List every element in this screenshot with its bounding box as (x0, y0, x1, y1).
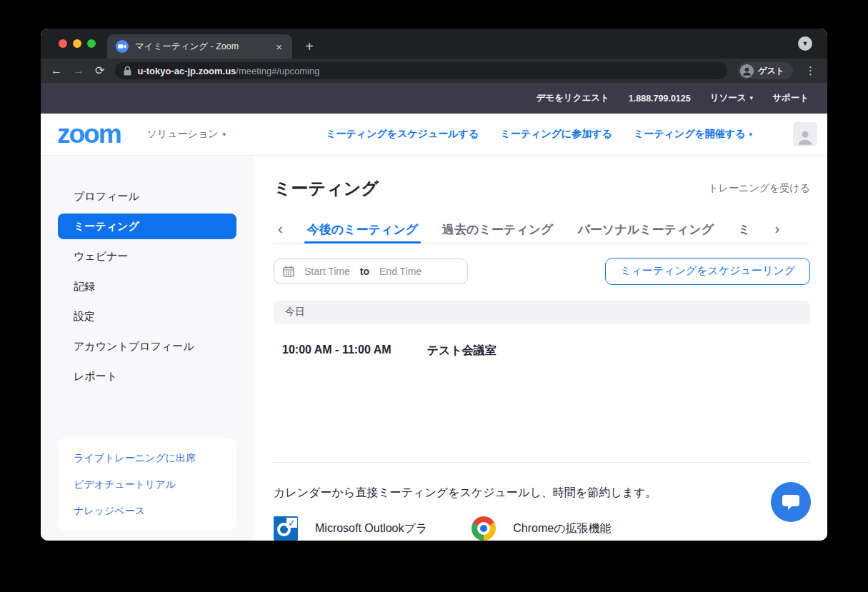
tabs-next-icon[interactable]: › (774, 221, 779, 239)
reload-icon[interactable]: ⟳ (95, 65, 104, 76)
outlook-plugin-label: Microsoft Outlookプラ (315, 521, 427, 536)
chrome-extension-item[interactable]: Chromeの拡張機能 (472, 516, 611, 541)
tab-title: マイミーティング - Zoom (135, 41, 266, 53)
header-nav: ミーティングをスケジュールする ミーティングに参加する ミーティングを開催する … (326, 122, 817, 146)
zoom-window-button[interactable] (87, 39, 96, 48)
title-row: ミーティング トレーニングを受ける (274, 177, 810, 200)
schedule-meeting-link[interactable]: ミーティングをスケジュールする (326, 128, 479, 141)
meeting-tabs: ‹ 今後のミーティング 過去のミーティング パーソナルミーティング ミ › (274, 217, 810, 244)
guest-avatar-icon (740, 64, 754, 78)
solutions-label: ソリューション (147, 128, 219, 141)
sidebar-item-reports[interactable]: レポート (41, 361, 254, 391)
host-meeting-label: ミーティングを開催する (634, 128, 746, 141)
tab-search-icon[interactable]: ▼ (798, 36, 812, 51)
zoom-topbar: デモをリクエスト 1.888.799.0125 リソース ▾ サポート (41, 83, 827, 114)
chat-bubble-icon (782, 493, 800, 511)
browser-menu-icon[interactable]: ⋮ (804, 64, 817, 77)
filter-row: Start Time to End Time ミィーティングをスケジューリング (274, 258, 810, 285)
get-training-link[interactable]: トレーニングを受ける (708, 182, 810, 195)
url-domain: u-tokyo-ac-jp.zoom.us (137, 66, 236, 76)
to-label: to (360, 266, 369, 277)
meeting-topic[interactable]: テスト会議室 (427, 343, 497, 358)
browser-tabstrip: マイミーティング - Zoom × + ▼ (41, 29, 827, 59)
close-window-button[interactable] (59, 39, 67, 48)
browser-window: マイミーティング - Zoom × + ▼ ← → ⟳ u-tokyo-ac-j… (41, 29, 827, 541)
attend-live-training-link[interactable]: ライブトレーニングに出席 (58, 445, 236, 471)
phone-number-link[interactable]: 1.888.799.0125 (629, 94, 691, 104)
browser-profile-button[interactable]: ゲスト (738, 62, 793, 79)
main-content: ミーティング トレーニングを受ける ‹ 今後のミーティング 過去のミーティング … (254, 156, 827, 541)
person-icon (796, 128, 814, 146)
sidebar-item-account-profile[interactable]: アカウントプロフィール (41, 331, 254, 361)
url-path: /meeting#/upcoming (236, 66, 319, 76)
outlook-check-glyph: ✓ (286, 518, 297, 528)
tab-previous-meetings[interactable]: 過去のミーティング (442, 217, 553, 243)
page-title: ミーティング (274, 177, 379, 200)
chat-support-button[interactable] (771, 482, 811, 522)
sidebar-help-card: ライブトレーニングに出席 ビデオチュートリアル ナレッジベース (58, 438, 236, 531)
support-link[interactable]: サポート (772, 92, 809, 104)
outlook-icon: ✓ (274, 516, 298, 541)
chrome-extension-label: Chromeの拡張機能 (513, 521, 611, 536)
back-icon[interactable]: ← (51, 65, 62, 76)
meeting-time: 10:00 AM - 11:00 AM (282, 343, 391, 358)
zoom-camera-icon (116, 40, 129, 53)
chevron-down-icon: ▾ (749, 131, 752, 138)
close-tab-icon[interactable]: × (273, 40, 285, 54)
integrations-row: ✓ Microsoft Outlookプラ Chromeの拡張機能 (274, 516, 810, 541)
sidebar-item-meetings[interactable]: ミーティング (58, 214, 236, 239)
sidebar: プロフィール ミーティング ウェビナー 記録 設定 アカウントプロフィール レポ… (41, 156, 254, 541)
solutions-menu[interactable]: ソリューション ▾ (147, 128, 226, 141)
resources-label: リソース (710, 92, 747, 104)
knowledge-base-link[interactable]: ナレッジベース (58, 498, 236, 524)
new-tab-button[interactable]: + (299, 36, 319, 56)
join-meeting-link[interactable]: ミーティングに参加する (500, 128, 612, 141)
calendar-promo-text: カレンダーから直接ミーティングをスケジュールし、時間を節約します。 (274, 486, 810, 501)
chrome-icon (472, 516, 496, 541)
host-meeting-menu[interactable]: ミーティングを開催する ▾ (634, 128, 752, 141)
chevron-down-icon: ▾ (223, 131, 226, 138)
browser-tab[interactable]: マイミーティング - Zoom × (107, 34, 292, 59)
tab-truncated[interactable]: ミ (738, 217, 750, 243)
minimize-window-button[interactable] (73, 39, 81, 48)
lock-icon[interactable] (124, 66, 131, 76)
user-avatar[interactable] (793, 122, 817, 146)
tab-upcoming-meetings[interactable]: 今後のミーティング (307, 217, 418, 243)
meeting-row[interactable]: 10:00 AM - 11:00 AM テスト会議室 (274, 343, 810, 358)
group-header-today: 今日 (274, 301, 810, 324)
calendar-icon (283, 266, 294, 277)
page-body: プロフィール ミーティング ウェビナー 記録 設定 アカウントプロフィール レポ… (41, 156, 827, 541)
chevron-down-icon: ▾ (750, 95, 754, 101)
video-tutorials-link[interactable]: ビデオチュートリアル (58, 471, 236, 498)
address-bar[interactable]: u-tokyo-ac-jp.zoom.us/meeting#/upcoming (115, 62, 727, 79)
forward-icon[interactable]: → (73, 65, 84, 76)
resources-menu[interactable]: リソース ▾ (710, 92, 753, 104)
window-controls (59, 29, 96, 59)
zoom-header: zoom ソリューション ▾ ミーティングをスケジュールする ミーティングに参加… (41, 114, 827, 156)
zoom-logo[interactable]: zoom (57, 122, 121, 146)
guest-label: ゲスト (758, 65, 784, 77)
schedule-meeting-button[interactable]: ミィーティングをスケジューリング (605, 258, 810, 285)
url-text: u-tokyo-ac-jp.zoom.us/meeting#/upcoming (137, 66, 319, 76)
request-demo-link[interactable]: デモをリクエスト (536, 92, 609, 104)
sidebar-item-settings[interactable]: 設定 (41, 301, 254, 331)
sidebar-item-recordings[interactable]: 記録 (41, 271, 254, 301)
tab-personal-meetings[interactable]: パーソナルミーティング (577, 217, 714, 243)
browser-toolbar: ← → ⟳ u-tokyo-ac-jp.zoom.us/meeting#/upc… (41, 59, 827, 83)
sidebar-item-webinars[interactable]: ウェビナー (41, 241, 254, 271)
end-time-field[interactable]: End Time (379, 266, 421, 277)
outlook-plugin-item[interactable]: ✓ Microsoft Outlookプラ (274, 516, 427, 541)
date-range-picker[interactable]: Start Time to End Time (274, 259, 468, 284)
sidebar-item-profile[interactable]: プロフィール (41, 181, 254, 211)
start-time-field[interactable]: Start Time (304, 266, 350, 277)
tabs-prev-icon[interactable]: ‹ (278, 221, 283, 239)
section-divider (274, 462, 810, 463)
